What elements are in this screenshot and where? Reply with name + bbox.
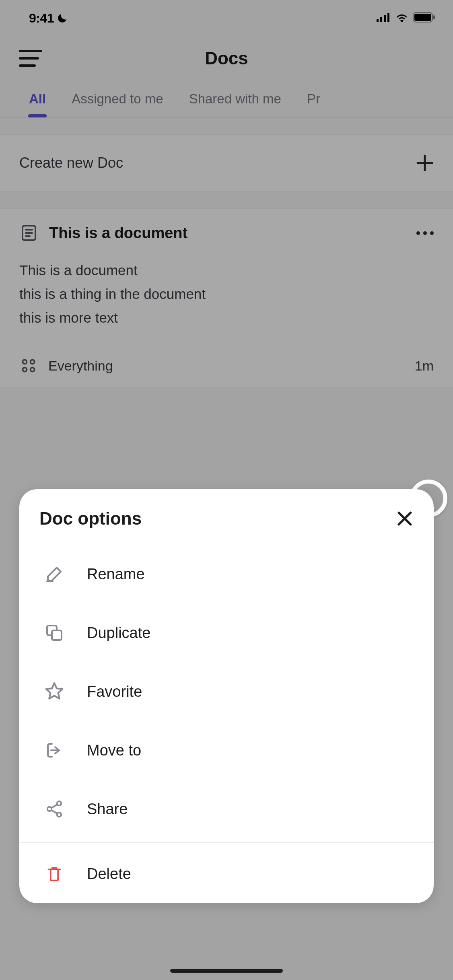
- svg-rect-24: [52, 630, 62, 640]
- option-move-to[interactable]: Move to: [19, 721, 434, 780]
- option-label: Duplicate: [87, 624, 150, 642]
- option-label: Favorite: [87, 683, 142, 700]
- svg-point-28: [57, 813, 61, 817]
- pencil-icon: [43, 563, 65, 585]
- home-indicator: [170, 969, 283, 973]
- close-icon[interactable]: [396, 510, 414, 527]
- svg-line-30: [51, 810, 57, 814]
- duplicate-icon: [43, 622, 65, 644]
- option-label: Share: [87, 801, 128, 818]
- trash-icon: [43, 863, 65, 885]
- share-icon: [43, 798, 65, 820]
- svg-point-26: [47, 807, 51, 811]
- option-label: Delete: [87, 865, 131, 883]
- option-rename[interactable]: Rename: [19, 545, 434, 603]
- option-share[interactable]: Share: [19, 780, 434, 838]
- option-favorite[interactable]: Favorite: [19, 662, 434, 721]
- sheet-options-list: Rename Duplicate Favorite Move to Share: [19, 541, 434, 841]
- option-delete[interactable]: Delete: [19, 844, 434, 903]
- sheet-title: Doc options: [39, 509, 142, 529]
- sheet-divider: [19, 842, 434, 843]
- option-label: Rename: [87, 566, 145, 583]
- move-icon: [43, 739, 65, 761]
- svg-line-29: [51, 805, 57, 808]
- svg-rect-32: [51, 869, 58, 881]
- doc-options-sheet: Doc options Rename Duplicate Favorite: [19, 489, 434, 903]
- svg-point-27: [57, 801, 61, 805]
- option-duplicate[interactable]: Duplicate: [19, 603, 434, 662]
- sheet-header: Doc options: [19, 489, 434, 541]
- star-icon: [43, 681, 65, 702]
- option-label: Move to: [87, 742, 141, 759]
